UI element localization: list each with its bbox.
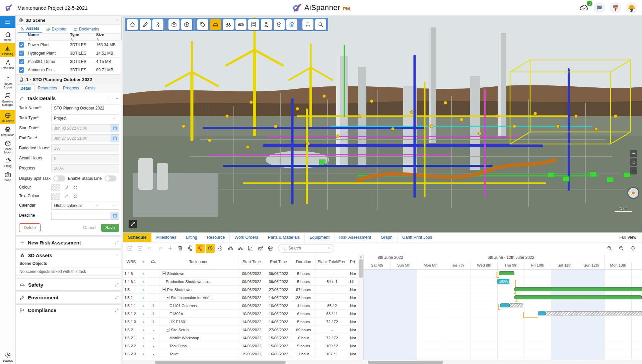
table-row[interactable]: 1.5+-Pre-Shutdown09/06/202227/06/202297 … [123,286,358,294]
row-add-button[interactable]: + [139,350,147,358]
table-row[interactable]: 1.5.2.3+-Toilet15/06/202216/06/20221 hou… [123,350,358,358]
col-wbs[interactable]: WBS [123,254,139,269]
gantt-chart[interactable]: 8th June 20226th June - 12th June 2022 S… [364,254,642,360]
clear-icon[interactable] [95,204,99,208]
end-date-input[interactable]: Jun 27 2022 21:00 [51,134,110,142]
expand-icon[interactable] [115,308,119,312]
row-add-button[interactable]: + [139,278,147,285]
3d-viewport[interactable]: 3 m [123,16,642,232]
viewport-tool-cube-button[interactable] [181,19,192,30]
tab-graph[interactable]: Graph [376,233,398,242]
gantt-tool-timer-button[interactable] [216,244,225,253]
asset-row[interactable]: Hydrogen Plant3DTILES14.51 MB [16,49,123,58]
viewport-tool-binoculars-button[interactable] [223,19,234,30]
sidebar-item-space-mgmt[interactable]: Space Mgmt [0,138,15,156]
status-line-toggle[interactable] [104,175,117,181]
row-add-button[interactable]: + [139,334,147,342]
gantt-tool-chips-button[interactable] [186,244,195,253]
horizontal-scrollbar[interactable] [123,360,642,364]
sort-icon[interactable] [28,38,70,42]
viewport-tool-axes-button[interactable] [302,19,313,30]
row-add-button[interactable]: + [139,342,147,350]
viewport-home-button[interactable] [630,158,637,166]
asset-row[interactable]: Plant3D_Demo3DTILES4.15 MB [16,58,123,66]
viewport-tool-box-button[interactable] [274,19,285,30]
col-size[interactable]: Size [96,32,104,37]
table-row[interactable]: 1.5.2.1+-Mobile Workshop14/06/202215/06/… [123,334,358,342]
viewport-tool-walk-button[interactable] [152,19,163,30]
search-input[interactable] [288,245,326,251]
safety-section[interactable]: Safety [16,279,123,290]
delete-button[interactable]: Delete [19,223,41,232]
gantt-hscroll-thumb[interactable] [368,361,443,364]
tab-resources[interactable]: Resources [35,84,60,92]
expand-icon[interactable] [115,295,119,300]
gantt-tool-binoculars-button[interactable] [226,244,235,253]
tab-explorer[interactable]: Explorer [43,25,69,33]
table-row[interactable]: 1.5.2.2+-Tool Cribs14/06/202215/06/20225… [123,342,358,350]
budgeted-hours-input[interactable]: 136 [51,144,119,152]
col-type[interactable]: Type [70,32,79,37]
viewport-tool-projector-button[interactable] [235,19,246,30]
calendar-select[interactable]: Global calendar [51,202,119,210]
gantt-bar-green[interactable] [514,295,642,299]
table-row[interactable]: 1.5.1.1+1C1101 Columns09/06/202210/06/20… [123,302,358,310]
sidebar-item-import-export[interactable]: Import Export [0,73,15,91]
table-hscroll-thumb[interactable] [155,361,286,364]
col-add[interactable]: + [139,254,147,269]
row-add-button[interactable]: + [139,286,147,293]
viewport-tool-ruler-button[interactable] [140,19,151,30]
asset-row[interactable]: Power Plant3DTILES163.34 MB [16,41,123,49]
ai-assistant-button[interactable] [610,2,621,13]
task-type-select[interactable]: Project [51,114,119,122]
tab-resource[interactable]: Resource [202,233,230,242]
tab-assets[interactable]: Assets [18,25,42,33]
chat-button[interactable] [594,2,605,13]
tab-risk-assessment[interactable]: Risk Assessment [335,233,376,242]
drag-handle-icon[interactable] [115,18,120,22]
gantt-fit-button[interactable] [628,244,637,253]
viewport-tool-sliders-button[interactable] [248,19,259,30]
gantt-bar-slack[interactable] [546,311,642,315]
table-vertical-scrollbar[interactable]: ▲ [358,254,364,360]
row-add-button[interactable]: + [139,294,147,301]
colour-swatch[interactable] [51,184,60,191]
viewport-expand-button[interactable] [129,220,137,228]
row-add-button[interactable]: + [139,326,147,334]
tab-milestones[interactable]: Milestones [152,233,182,242]
asset-checkbox[interactable] [19,59,24,64]
sort-icon[interactable] [70,38,96,42]
expand-icon[interactable] [115,240,119,245]
edit-colour-icon[interactable] [64,185,69,190]
table-row[interactable]: 1.5.2+-Site Setup14/06/202227/06/202269 … [123,326,358,334]
asset-checkbox[interactable] [19,51,24,56]
gantt-tool-trash-button[interactable] [175,244,185,253]
actual-hours-input[interactable]: 0 [51,154,119,162]
table-row[interactable]: 1.5.1.2+1E1302A10/06/202210/06/20226 hou… [123,310,358,318]
sidebar-item-planning[interactable]: Planning [0,43,15,57]
chevron-down-icon[interactable] [112,204,117,208]
col-priority[interactable]: Pri [349,254,358,269]
edit-text-colour-icon[interactable] [64,194,69,199]
viewport-tool-search-button[interactable] [315,19,326,30]
new-risk-assessment-section[interactable]: New Risk Assessment [16,237,123,248]
viewport-zoom-out-button[interactable] [630,167,637,174]
asset-row[interactable]: Ammonia Pla...3DTILES89.71 MB [16,66,123,74]
tab-work-orders[interactable]: Work Orders [230,233,263,242]
gantt-bar-slack[interactable] [510,303,523,307]
main-menu-button[interactable] [0,16,15,28]
row-add-button[interactable]: + [139,318,147,325]
reset-text-colour-icon[interactable] [73,194,78,199]
sort-icon[interactable] [96,38,122,42]
viewport-tool-cubesolid-button[interactable] [168,19,180,30]
sidebar-item-baseline-manager[interactable]: Baseline Manager [0,91,15,108]
gantt-tool-plus-button[interactable] [165,244,174,253]
row-add-button[interactable]: + [139,310,147,317]
tab-bookmarks[interactable]: Bookmarks [71,25,102,33]
sidebar-item-execution[interactable]: Execution [0,57,15,71]
deadline-calendar-button[interactable] [111,212,119,220]
asset-checkbox[interactable] [19,42,24,48]
navigation-compass[interactable] [627,187,639,199]
sidebar-item-simulation[interactable]: Simulation [0,124,15,138]
asset-checkbox[interactable] [19,67,24,73]
